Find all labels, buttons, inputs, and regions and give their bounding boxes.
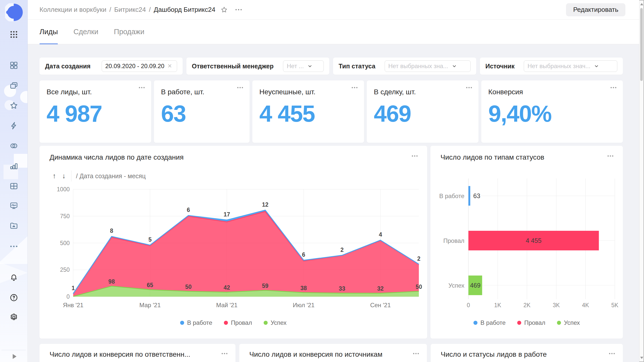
legend-label: В работе <box>187 319 212 326</box>
svg-text:63: 63 <box>473 192 480 199</box>
card-menu-icon[interactable] <box>139 87 145 88</box>
legend-label: Провал <box>231 319 252 326</box>
tab-deals[interactable]: Сделки <box>73 20 98 44</box>
drill-path: / Дата создания - месяц <box>76 172 146 180</box>
date-range-input[interactable]: 20.09.2020 - 20.09.20 ✕ <box>102 60 177 72</box>
sidebar-item-dashboards[interactable] <box>9 201 19 211</box>
panel-leads-in-progress: Число и статусы лидов в работе <box>431 344 623 362</box>
card-menu-icon[interactable] <box>352 87 357 88</box>
legend-label: Успех <box>564 319 580 326</box>
scrollbar-thumb[interactable] <box>640 8 643 81</box>
status-type-select[interactable]: Нет выбранных зна... <box>385 60 471 72</box>
svg-text:2: 2 <box>340 247 344 253</box>
svg-text:4 455: 4 455 <box>526 237 542 244</box>
sidebar-item-workbooks[interactable] <box>9 80 19 90</box>
card-menu-icon[interactable] <box>609 353 615 354</box>
card-menu-icon[interactable] <box>413 353 419 354</box>
svg-text:5: 5 <box>148 236 152 243</box>
scrollbar-down-icon[interactable] <box>640 357 643 359</box>
card-menu-icon[interactable] <box>222 353 227 354</box>
breadcrumb-collections[interactable]: Коллекции и воркбуки <box>39 6 106 14</box>
sidebar-item-datasets[interactable] <box>9 141 19 151</box>
legend-item[interactable]: Провал <box>517 319 545 326</box>
svg-text:50: 50 <box>185 284 192 290</box>
legend-label: В работе <box>480 319 506 326</box>
card-menu-icon[interactable] <box>412 155 418 157</box>
header-more-icon[interactable] <box>235 9 242 10</box>
legend-dot-icon <box>473 321 477 325</box>
scrollbar[interactable] <box>639 1 643 361</box>
edit-button[interactable]: Редактировать <box>566 3 625 16</box>
svg-text:5K: 5K <box>611 302 619 308</box>
card-menu-icon[interactable] <box>608 155 613 157</box>
sidebar-item-collections[interactable] <box>9 60 19 70</box>
legend-dot-icon <box>557 321 561 325</box>
tab-leads[interactable]: Лиды <box>39 20 58 44</box>
sidebar-more-icon[interactable] <box>9 241 19 251</box>
datalens-logo[interactable] <box>5 3 23 21</box>
apps-grid-icon[interactable] <box>9 29 19 39</box>
legend-item[interactable]: В работе <box>473 319 506 326</box>
filter-manager: Ответственный менеджер Нет ... <box>186 58 330 75</box>
legend-dot-icon <box>224 321 228 325</box>
kpi-value: 469 <box>374 101 471 127</box>
sidebar-item-tables[interactable] <box>9 181 19 191</box>
legend-item[interactable]: Успех <box>557 319 580 326</box>
sidebar-expand-icon[interactable] <box>9 351 19 361</box>
sidebar-item-favorites[interactable] <box>9 101 19 111</box>
favorite-star-icon[interactable] <box>220 6 228 14</box>
filter-source: Источник Нет выбранных знач... <box>480 58 623 75</box>
legend-label: Провал <box>524 319 545 326</box>
status-types-bar-chart[interactable]: 01K2K3K4K5KВ работе63Провал4 455Успех469 <box>430 178 623 314</box>
svg-text:32: 32 <box>377 285 384 292</box>
select-placeholder: Нет ... <box>287 63 304 70</box>
svg-text:33: 33 <box>339 285 345 292</box>
sidebar <box>0 0 28 362</box>
manager-select[interactable]: Нет ... <box>283 60 324 72</box>
clear-icon[interactable]: ✕ <box>167 63 172 69</box>
tab-sales[interactable]: Продажи <box>114 20 144 44</box>
drill-down-icon[interactable]: ↓ <box>59 172 69 180</box>
app-window: Коллекции и воркбуки / Битрикс24 / Дашбо… <box>0 0 644 362</box>
sidebar-item-storage[interactable] <box>9 221 19 231</box>
source-select[interactable]: Нет выбранных знач... <box>524 60 617 72</box>
breadcrumb-separator: / <box>149 6 151 14</box>
filter-label: Источник <box>486 63 515 70</box>
kpi-title: В работе, шт. <box>161 88 243 96</box>
svg-text:17: 17 <box>224 211 230 218</box>
legend-item[interactable]: В работе <box>180 319 212 326</box>
breadcrumb: Коллекции и воркбуки / Битрикс24 / Дашбо… <box>39 6 215 14</box>
select-placeholder: Нет выбранных знач... <box>528 63 590 70</box>
legend-label: Успех <box>271 319 287 326</box>
scrollbar-up-icon[interactable] <box>640 3 643 5</box>
svg-text:В работе: В работе <box>439 193 464 199</box>
drill-up-icon[interactable]: ↑ <box>50 172 59 180</box>
filter-creation-date: Дата создания 20.09.2020 - 20.09.20 ✕ <box>39 58 183 75</box>
svg-text:6: 6 <box>187 207 190 213</box>
help-icon[interactable] <box>9 293 19 303</box>
card-menu-icon[interactable] <box>611 87 616 88</box>
card-menu-icon[interactable] <box>466 87 472 88</box>
kpi-unsuccessful: Неуспешные, шт. 4 455 <box>252 80 364 143</box>
panel-leads-dynamics: Динамика числа лидов по дате создания ↑ … <box>39 146 427 339</box>
panel-leads-by-source: Число лидов и конверсия по источникам <box>239 344 427 362</box>
svg-text:4: 4 <box>379 231 382 238</box>
settings-gear-icon[interactable] <box>9 312 19 322</box>
kpi-all-leads: Все лиды, шт. 4 987 <box>39 80 151 143</box>
svg-text:Успех: Успех <box>449 282 464 289</box>
card-menu-icon[interactable] <box>237 87 243 88</box>
filter-status-type: Тип статуса Нет выбранных зна... <box>333 58 476 75</box>
chart-legend: В работеПровалУспех <box>39 319 427 326</box>
svg-text:Провал: Провал <box>443 237 464 244</box>
leads-dynamics-area-chart[interactable]: 02505007501000Янв '21Мар '21Май '21Июл '… <box>42 184 425 314</box>
kpi-title: Неуспешные, шт. <box>259 88 357 96</box>
drill-separator <box>71 170 71 182</box>
notifications-bell-icon[interactable] <box>9 273 19 283</box>
breadcrumb-workbook[interactable]: Битрикс24 <box>114 6 146 14</box>
sidebar-item-charts[interactable] <box>9 161 19 171</box>
legend-item[interactable]: Провал <box>224 319 252 326</box>
sidebar-item-connections[interactable] <box>9 121 19 131</box>
legend-item[interactable]: Успех <box>264 319 287 326</box>
svg-text:0: 0 <box>467 302 470 308</box>
chevron-down-icon <box>452 64 457 69</box>
